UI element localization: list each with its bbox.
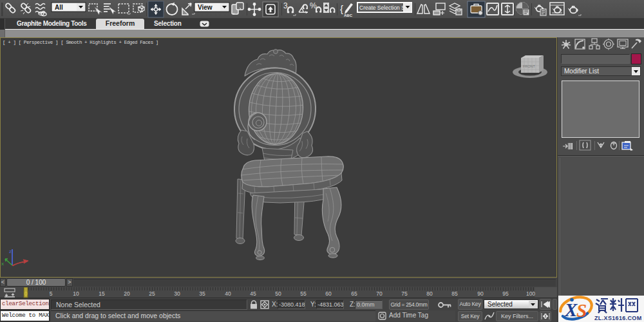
svg-text:15: 15 <box>99 290 105 297</box>
svg-text:85: 85 <box>451 290 458 297</box>
svg-text:65: 65 <box>351 290 357 297</box>
svg-text:75: 75 <box>401 290 408 297</box>
svg-text:Create Selection Se: Create Selection Se <box>359 5 408 11</box>
svg-text:10: 10 <box>73 290 79 297</box>
svg-text:25: 25 <box>149 290 155 297</box>
svg-text:40: 40 <box>225 290 231 297</box>
svg-text:80: 80 <box>426 290 433 297</box>
svg-text:30: 30 <box>174 290 180 297</box>
svg-text:35: 35 <box>199 290 205 297</box>
svg-text:S: S <box>576 300 587 321</box>
svg-text:95: 95 <box>502 290 509 297</box>
svg-text:5: 5 <box>50 290 53 297</box>
svg-text:100: 100 <box>526 290 535 297</box>
svg-text:X: X <box>564 299 578 320</box>
svg-text:90: 90 <box>477 290 484 297</box>
svg-text:ABC: ABC <box>344 14 353 17</box>
svg-text:View: View <box>198 4 213 11</box>
svg-text:x: x <box>1 261 4 267</box>
svg-text:FRONT: FRONT <box>523 64 536 68</box>
svg-text:60: 60 <box>325 290 332 297</box>
svg-text:All: All <box>55 4 63 11</box>
svg-text:z: z <box>9 249 12 254</box>
svg-text:70: 70 <box>376 290 383 297</box>
svg-text:45: 45 <box>250 290 256 297</box>
svg-text:{: { <box>340 3 343 14</box>
svg-text:ZL.XS1616.COM: ZL.XS1616.COM <box>594 315 642 321</box>
svg-text:50: 50 <box>275 290 281 297</box>
svg-text:55: 55 <box>300 290 307 297</box>
svg-text:0: 0 <box>24 290 28 297</box>
svg-text:20: 20 <box>124 290 130 297</box>
